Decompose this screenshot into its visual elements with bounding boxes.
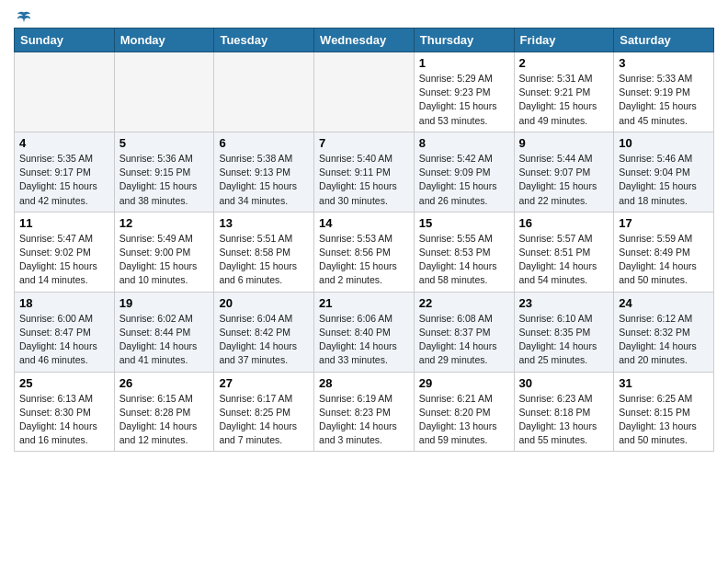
calendar-cell: 24Sunrise: 6:12 AMSunset: 8:32 PMDayligh…: [614, 292, 714, 372]
calendar-week-row: 11Sunrise: 5:47 AMSunset: 9:02 PMDayligh…: [15, 212, 714, 292]
calendar-cell: 9Sunrise: 5:44 AMSunset: 9:07 PMDaylight…: [514, 132, 614, 212]
calendar-cell: 6Sunrise: 5:38 AMSunset: 9:13 PMDaylight…: [214, 132, 314, 212]
day-info: Sunrise: 5:53 AMSunset: 8:56 PMDaylight:…: [319, 232, 409, 288]
calendar-body: 1Sunrise: 5:29 AMSunset: 9:23 PMDaylight…: [15, 52, 714, 452]
day-info: Sunrise: 5:36 AMSunset: 9:15 PMDaylight:…: [119, 152, 210, 208]
calendar-week-row: 18Sunrise: 6:00 AMSunset: 8:47 PMDayligh…: [15, 292, 714, 372]
day-number: 17: [619, 216, 709, 230]
logo-bird-icon: [16, 9, 32, 26]
calendar-cell: 5Sunrise: 5:36 AMSunset: 9:15 PMDaylight…: [114, 132, 214, 212]
day-number: 8: [419, 136, 509, 150]
day-info: Sunrise: 5:33 AMSunset: 9:19 PMDaylight:…: [619, 72, 709, 128]
calendar-cell: 28Sunrise: 6:19 AMSunset: 8:23 PMDayligh…: [314, 372, 415, 452]
day-number: 3: [619, 56, 709, 70]
day-info: Sunrise: 5:44 AMSunset: 9:07 PMDaylight:…: [519, 152, 609, 208]
calendar-cell: 21Sunrise: 6:06 AMSunset: 8:40 PMDayligh…: [314, 292, 415, 372]
day-number: 1: [419, 56, 509, 70]
day-info: Sunrise: 6:13 AMSunset: 8:30 PMDaylight:…: [19, 392, 109, 448]
calendar-cell: [314, 52, 415, 132]
calendar-cell: 22Sunrise: 6:08 AMSunset: 8:37 PMDayligh…: [414, 292, 514, 372]
day-info: Sunrise: 5:57 AMSunset: 8:51 PMDaylight:…: [519, 232, 609, 288]
calendar-cell: 12Sunrise: 5:49 AMSunset: 9:00 PMDayligh…: [114, 212, 214, 292]
day-info: Sunrise: 6:06 AMSunset: 8:40 PMDaylight:…: [319, 312, 409, 368]
column-header-tuesday: Tuesday: [214, 29, 314, 52]
day-info: Sunrise: 5:40 AMSunset: 9:11 PMDaylight:…: [319, 152, 409, 208]
calendar-cell: 4Sunrise: 5:35 AMSunset: 9:17 PMDaylight…: [15, 132, 115, 212]
calendar-week-row: 4Sunrise: 5:35 AMSunset: 9:17 PMDaylight…: [15, 132, 714, 212]
day-info: Sunrise: 6:15 AMSunset: 8:28 PMDaylight:…: [119, 392, 210, 448]
calendar-cell: 27Sunrise: 6:17 AMSunset: 8:25 PMDayligh…: [214, 372, 314, 452]
day-number: 12: [119, 216, 210, 230]
day-info: Sunrise: 6:02 AMSunset: 8:44 PMDaylight:…: [119, 312, 210, 368]
day-info: Sunrise: 6:17 AMSunset: 8:25 PMDaylight:…: [219, 392, 309, 448]
day-number: 27: [219, 376, 309, 390]
day-info: Sunrise: 6:19 AMSunset: 8:23 PMDaylight:…: [319, 392, 409, 448]
calendar-cell: 17Sunrise: 5:59 AMSunset: 8:49 PMDayligh…: [614, 212, 714, 292]
calendar-cell: [114, 52, 214, 132]
calendar-cell: 18Sunrise: 6:00 AMSunset: 8:47 PMDayligh…: [15, 292, 115, 372]
day-number: 15: [419, 216, 509, 230]
calendar-cell: 31Sunrise: 6:25 AMSunset: 8:15 PMDayligh…: [614, 372, 714, 452]
calendar-cell: 25Sunrise: 6:13 AMSunset: 8:30 PMDayligh…: [15, 372, 115, 452]
day-info: Sunrise: 6:25 AMSunset: 8:15 PMDaylight:…: [619, 392, 709, 448]
day-number: 21: [319, 296, 409, 310]
day-info: Sunrise: 5:59 AMSunset: 8:49 PMDaylight:…: [619, 232, 709, 288]
day-info: Sunrise: 5:46 AMSunset: 9:04 PMDaylight:…: [619, 152, 709, 208]
calendar-cell: [214, 52, 314, 132]
day-info: Sunrise: 6:10 AMSunset: 8:35 PMDaylight:…: [519, 312, 609, 368]
day-number: 11: [19, 216, 109, 230]
column-header-thursday: Thursday: [414, 29, 514, 52]
day-info: Sunrise: 6:23 AMSunset: 8:18 PMDaylight:…: [519, 392, 609, 448]
calendar-header-row: SundayMondayTuesdayWednesdayThursdayFrid…: [15, 29, 714, 52]
day-info: Sunrise: 5:47 AMSunset: 9:02 PMDaylight:…: [19, 232, 109, 288]
column-header-saturday: Saturday: [614, 29, 714, 52]
day-number: 23: [519, 296, 609, 310]
calendar-cell: 7Sunrise: 5:40 AMSunset: 9:11 PMDaylight…: [314, 132, 415, 212]
day-info: Sunrise: 5:35 AMSunset: 9:17 PMDaylight:…: [19, 152, 109, 208]
day-info: Sunrise: 5:29 AMSunset: 9:23 PMDaylight:…: [419, 72, 509, 128]
calendar-cell: 10Sunrise: 5:46 AMSunset: 9:04 PMDayligh…: [614, 132, 714, 212]
day-number: 7: [319, 136, 409, 150]
calendar-cell: 3Sunrise: 5:33 AMSunset: 9:19 PMDaylight…: [614, 52, 714, 132]
day-number: 29: [419, 376, 509, 390]
calendar-cell: 13Sunrise: 5:51 AMSunset: 8:58 PMDayligh…: [214, 212, 314, 292]
day-number: 6: [219, 136, 309, 150]
calendar-cell: [15, 52, 115, 132]
column-header-friday: Friday: [514, 29, 614, 52]
calendar-cell: 19Sunrise: 6:02 AMSunset: 8:44 PMDayligh…: [114, 292, 214, 372]
column-header-sunday: Sunday: [15, 29, 115, 52]
calendar-cell: 15Sunrise: 5:55 AMSunset: 8:53 PMDayligh…: [414, 212, 514, 292]
day-number: 2: [519, 56, 609, 70]
day-info: Sunrise: 6:08 AMSunset: 8:37 PMDaylight:…: [419, 312, 509, 368]
calendar-week-row: 25Sunrise: 6:13 AMSunset: 8:30 PMDayligh…: [15, 372, 714, 452]
logo: [14, 9, 32, 22]
day-number: 31: [619, 376, 709, 390]
calendar-cell: 20Sunrise: 6:04 AMSunset: 8:42 PMDayligh…: [214, 292, 314, 372]
day-info: Sunrise: 5:31 AMSunset: 9:21 PMDaylight:…: [519, 72, 609, 128]
day-number: 16: [519, 216, 609, 230]
day-number: 30: [519, 376, 609, 390]
day-number: 22: [419, 296, 509, 310]
calendar-cell: 8Sunrise: 5:42 AMSunset: 9:09 PMDaylight…: [414, 132, 514, 212]
calendar-cell: 30Sunrise: 6:23 AMSunset: 8:18 PMDayligh…: [514, 372, 614, 452]
day-info: Sunrise: 5:55 AMSunset: 8:53 PMDaylight:…: [419, 232, 509, 288]
day-info: Sunrise: 6:21 AMSunset: 8:20 PMDaylight:…: [419, 392, 509, 448]
day-number: 4: [19, 136, 109, 150]
day-number: 5: [119, 136, 210, 150]
calendar-cell: 11Sunrise: 5:47 AMSunset: 9:02 PMDayligh…: [15, 212, 115, 292]
day-number: 18: [19, 296, 109, 310]
day-number: 20: [219, 296, 309, 310]
day-number: 9: [519, 136, 609, 150]
calendar-cell: 16Sunrise: 5:57 AMSunset: 8:51 PMDayligh…: [514, 212, 614, 292]
calendar-week-row: 1Sunrise: 5:29 AMSunset: 9:23 PMDaylight…: [15, 52, 714, 132]
calendar-cell: 1Sunrise: 5:29 AMSunset: 9:23 PMDaylight…: [414, 52, 514, 132]
calendar-table: SundayMondayTuesdayWednesdayThursdayFrid…: [14, 28, 714, 452]
day-info: Sunrise: 5:42 AMSunset: 9:09 PMDaylight:…: [419, 152, 509, 208]
day-info: Sunrise: 5:49 AMSunset: 9:00 PMDaylight:…: [119, 232, 210, 288]
day-number: 25: [19, 376, 109, 390]
day-info: Sunrise: 6:12 AMSunset: 8:32 PMDaylight:…: [619, 312, 709, 368]
calendar-cell: 26Sunrise: 6:15 AMSunset: 8:28 PMDayligh…: [114, 372, 214, 452]
calendar-cell: 23Sunrise: 6:10 AMSunset: 8:35 PMDayligh…: [514, 292, 614, 372]
day-number: 26: [119, 376, 210, 390]
day-number: 19: [119, 296, 210, 310]
